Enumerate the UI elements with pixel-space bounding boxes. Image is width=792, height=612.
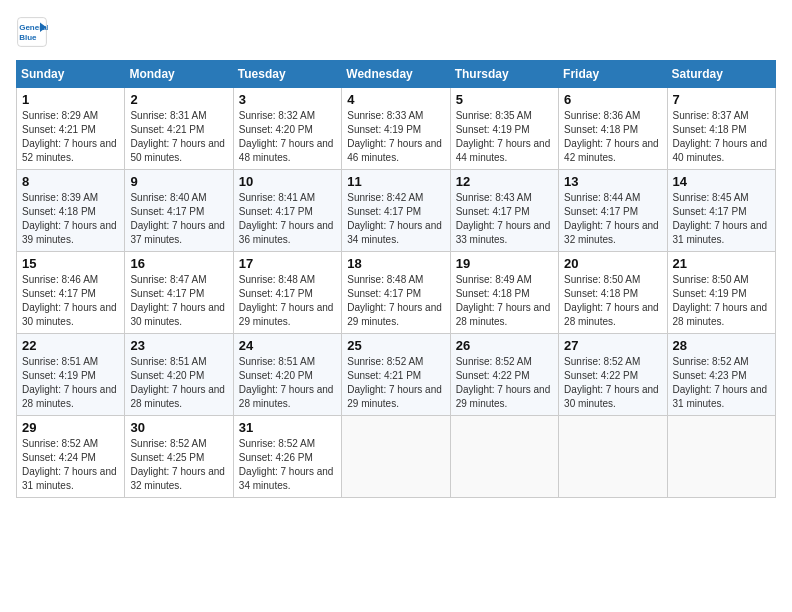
calendar-cell: 6Sunrise: 8:36 AMSunset: 4:18 PMDaylight… <box>559 88 667 170</box>
week-row-1: 1Sunrise: 8:29 AMSunset: 4:21 PMDaylight… <box>17 88 776 170</box>
calendar-cell: 26Sunrise: 8:52 AMSunset: 4:22 PMDayligh… <box>450 334 558 416</box>
day-number: 16 <box>130 256 227 271</box>
calendar-cell: 14Sunrise: 8:45 AMSunset: 4:17 PMDayligh… <box>667 170 775 252</box>
week-row-4: 22Sunrise: 8:51 AMSunset: 4:19 PMDayligh… <box>17 334 776 416</box>
calendar-cell <box>667 416 775 498</box>
cell-details: Sunrise: 8:46 AMSunset: 4:17 PMDaylight:… <box>22 273 119 329</box>
cell-details: Sunrise: 8:33 AMSunset: 4:19 PMDaylight:… <box>347 109 444 165</box>
day-number: 4 <box>347 92 444 107</box>
cell-details: Sunrise: 8:42 AMSunset: 4:17 PMDaylight:… <box>347 191 444 247</box>
cell-details: Sunrise: 8:31 AMSunset: 4:21 PMDaylight:… <box>130 109 227 165</box>
calendar-cell: 23Sunrise: 8:51 AMSunset: 4:20 PMDayligh… <box>125 334 233 416</box>
cell-details: Sunrise: 8:52 AMSunset: 4:21 PMDaylight:… <box>347 355 444 411</box>
page-header: General Blue <box>16 16 776 48</box>
calendar-cell: 2Sunrise: 8:31 AMSunset: 4:21 PMDaylight… <box>125 88 233 170</box>
week-row-5: 29Sunrise: 8:52 AMSunset: 4:24 PMDayligh… <box>17 416 776 498</box>
day-number: 12 <box>456 174 553 189</box>
col-header-saturday: Saturday <box>667 61 775 88</box>
cell-details: Sunrise: 8:35 AMSunset: 4:19 PMDaylight:… <box>456 109 553 165</box>
day-number: 15 <box>22 256 119 271</box>
day-number: 20 <box>564 256 661 271</box>
calendar-cell: 19Sunrise: 8:49 AMSunset: 4:18 PMDayligh… <box>450 252 558 334</box>
calendar-cell: 20Sunrise: 8:50 AMSunset: 4:18 PMDayligh… <box>559 252 667 334</box>
day-number: 17 <box>239 256 336 271</box>
cell-details: Sunrise: 8:52 AMSunset: 4:25 PMDaylight:… <box>130 437 227 493</box>
day-number: 10 <box>239 174 336 189</box>
calendar-cell: 1Sunrise: 8:29 AMSunset: 4:21 PMDaylight… <box>17 88 125 170</box>
calendar-cell: 27Sunrise: 8:52 AMSunset: 4:22 PMDayligh… <box>559 334 667 416</box>
day-number: 9 <box>130 174 227 189</box>
calendar-cell: 10Sunrise: 8:41 AMSunset: 4:17 PMDayligh… <box>233 170 341 252</box>
calendar-cell <box>559 416 667 498</box>
day-number: 21 <box>673 256 770 271</box>
calendar-cell <box>342 416 450 498</box>
calendar-cell: 25Sunrise: 8:52 AMSunset: 4:21 PMDayligh… <box>342 334 450 416</box>
day-number: 5 <box>456 92 553 107</box>
calendar-cell: 11Sunrise: 8:42 AMSunset: 4:17 PMDayligh… <box>342 170 450 252</box>
week-row-2: 8Sunrise: 8:39 AMSunset: 4:18 PMDaylight… <box>17 170 776 252</box>
cell-details: Sunrise: 8:51 AMSunset: 4:20 PMDaylight:… <box>239 355 336 411</box>
cell-details: Sunrise: 8:48 AMSunset: 4:17 PMDaylight:… <box>347 273 444 329</box>
day-number: 22 <box>22 338 119 353</box>
day-number: 26 <box>456 338 553 353</box>
calendar-cell: 8Sunrise: 8:39 AMSunset: 4:18 PMDaylight… <box>17 170 125 252</box>
calendar-cell: 13Sunrise: 8:44 AMSunset: 4:17 PMDayligh… <box>559 170 667 252</box>
day-number: 7 <box>673 92 770 107</box>
day-number: 27 <box>564 338 661 353</box>
cell-details: Sunrise: 8:47 AMSunset: 4:17 PMDaylight:… <box>130 273 227 329</box>
day-number: 29 <box>22 420 119 435</box>
cell-details: Sunrise: 8:45 AMSunset: 4:17 PMDaylight:… <box>673 191 770 247</box>
cell-details: Sunrise: 8:40 AMSunset: 4:17 PMDaylight:… <box>130 191 227 247</box>
cell-details: Sunrise: 8:52 AMSunset: 4:22 PMDaylight:… <box>564 355 661 411</box>
logo: General Blue <box>16 16 48 48</box>
day-number: 2 <box>130 92 227 107</box>
day-number: 24 <box>239 338 336 353</box>
day-number: 13 <box>564 174 661 189</box>
day-number: 19 <box>456 256 553 271</box>
cell-details: Sunrise: 8:50 AMSunset: 4:18 PMDaylight:… <box>564 273 661 329</box>
calendar-cell: 22Sunrise: 8:51 AMSunset: 4:19 PMDayligh… <box>17 334 125 416</box>
week-row-3: 15Sunrise: 8:46 AMSunset: 4:17 PMDayligh… <box>17 252 776 334</box>
calendar-cell: 21Sunrise: 8:50 AMSunset: 4:19 PMDayligh… <box>667 252 775 334</box>
calendar-cell: 4Sunrise: 8:33 AMSunset: 4:19 PMDaylight… <box>342 88 450 170</box>
cell-details: Sunrise: 8:29 AMSunset: 4:21 PMDaylight:… <box>22 109 119 165</box>
col-header-tuesday: Tuesday <box>233 61 341 88</box>
col-header-thursday: Thursday <box>450 61 558 88</box>
calendar-cell: 9Sunrise: 8:40 AMSunset: 4:17 PMDaylight… <box>125 170 233 252</box>
svg-text:Blue: Blue <box>19 33 37 42</box>
calendar-cell: 17Sunrise: 8:48 AMSunset: 4:17 PMDayligh… <box>233 252 341 334</box>
cell-details: Sunrise: 8:49 AMSunset: 4:18 PMDaylight:… <box>456 273 553 329</box>
day-number: 31 <box>239 420 336 435</box>
logo-icon: General Blue <box>16 16 48 48</box>
cell-details: Sunrise: 8:39 AMSunset: 4:18 PMDaylight:… <box>22 191 119 247</box>
calendar-cell: 29Sunrise: 8:52 AMSunset: 4:24 PMDayligh… <box>17 416 125 498</box>
cell-details: Sunrise: 8:52 AMSunset: 4:24 PMDaylight:… <box>22 437 119 493</box>
cell-details: Sunrise: 8:48 AMSunset: 4:17 PMDaylight:… <box>239 273 336 329</box>
calendar-cell: 16Sunrise: 8:47 AMSunset: 4:17 PMDayligh… <box>125 252 233 334</box>
cell-details: Sunrise: 8:51 AMSunset: 4:19 PMDaylight:… <box>22 355 119 411</box>
day-number: 25 <box>347 338 444 353</box>
cell-details: Sunrise: 8:37 AMSunset: 4:18 PMDaylight:… <box>673 109 770 165</box>
cell-details: Sunrise: 8:51 AMSunset: 4:20 PMDaylight:… <box>130 355 227 411</box>
cell-details: Sunrise: 8:52 AMSunset: 4:23 PMDaylight:… <box>673 355 770 411</box>
calendar-cell: 15Sunrise: 8:46 AMSunset: 4:17 PMDayligh… <box>17 252 125 334</box>
day-number: 8 <box>22 174 119 189</box>
cell-details: Sunrise: 8:52 AMSunset: 4:22 PMDaylight:… <box>456 355 553 411</box>
calendar-header-row: SundayMondayTuesdayWednesdayThursdayFrid… <box>17 61 776 88</box>
day-number: 6 <box>564 92 661 107</box>
day-number: 3 <box>239 92 336 107</box>
col-header-sunday: Sunday <box>17 61 125 88</box>
cell-details: Sunrise: 8:32 AMSunset: 4:20 PMDaylight:… <box>239 109 336 165</box>
calendar-cell: 24Sunrise: 8:51 AMSunset: 4:20 PMDayligh… <box>233 334 341 416</box>
cell-details: Sunrise: 8:52 AMSunset: 4:26 PMDaylight:… <box>239 437 336 493</box>
calendar-cell: 7Sunrise: 8:37 AMSunset: 4:18 PMDaylight… <box>667 88 775 170</box>
calendar-cell: 12Sunrise: 8:43 AMSunset: 4:17 PMDayligh… <box>450 170 558 252</box>
calendar-table: SundayMondayTuesdayWednesdayThursdayFrid… <box>16 60 776 498</box>
day-number: 28 <box>673 338 770 353</box>
calendar-cell <box>450 416 558 498</box>
day-number: 18 <box>347 256 444 271</box>
cell-details: Sunrise: 8:43 AMSunset: 4:17 PMDaylight:… <box>456 191 553 247</box>
day-number: 30 <box>130 420 227 435</box>
calendar-cell: 3Sunrise: 8:32 AMSunset: 4:20 PMDaylight… <box>233 88 341 170</box>
cell-details: Sunrise: 8:41 AMSunset: 4:17 PMDaylight:… <box>239 191 336 247</box>
